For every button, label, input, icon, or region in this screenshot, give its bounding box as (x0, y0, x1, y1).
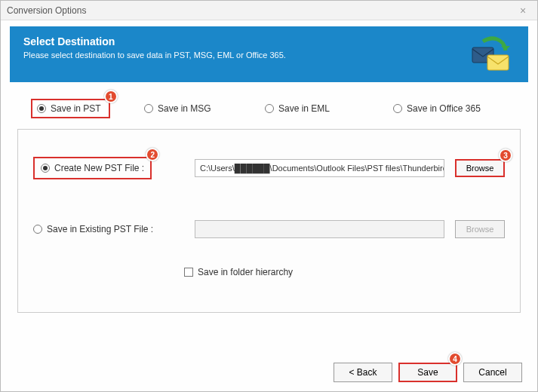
dialog-window: { "window": { "title": "Conversion Optio… (0, 0, 538, 392)
radio-save-pst-wrap: Save in PST 1 (31, 99, 144, 118)
radio-save-office365-wrap[interactable]: Save in Office 365 (393, 103, 481, 114)
format-radio-row: Save in PST 1 Save in MSG Save in EML Sa… (1, 91, 537, 129)
save-button-wrap: Save 4 (398, 363, 457, 382)
footer-buttons: < Back Save 4 Cancel (334, 363, 522, 382)
back-button[interactable]: < Back (334, 363, 392, 382)
radio-create-pst[interactable] (41, 164, 50, 173)
highlight-2: Create New PST File : 2 (33, 157, 152, 179)
radio-save-msg-label: Save in MSG (158, 103, 211, 114)
create-pst-path-input[interactable]: C:\Users\██████\Documents\Outlook Files\… (195, 159, 444, 177)
browse-create-button[interactable]: Browse (455, 159, 505, 177)
existing-pst-label: Save in Existing PST File : (47, 224, 153, 234)
folder-hierarchy-row[interactable]: Save in folder hierarchy (18, 267, 520, 277)
titlebar: Conversion Options × (1, 1, 537, 20)
browse-create-wrap: Browse 3 (444, 159, 505, 177)
create-pst-label-wrap: Create New PST File : 2 (33, 157, 161, 179)
pst-options-panel: Create New PST File : 2 C:\Users\██████\… (17, 129, 521, 313)
existing-pst-path-input (195, 220, 444, 238)
cancel-button[interactable]: Cancel (463, 363, 522, 382)
banner-heading: Select Destination (23, 35, 515, 47)
folder-hierarchy-checkbox[interactable] (184, 268, 193, 277)
mail-convert-icon (469, 34, 513, 75)
radio-save-eml-wrap[interactable]: Save in EML (265, 103, 393, 114)
highlight-1: Save in PST 1 (31, 99, 110, 118)
close-icon[interactable]: × (515, 5, 531, 17)
folder-hierarchy-label: Save in folder hierarchy (198, 267, 293, 277)
svg-rect-1 (487, 55, 509, 70)
radio-save-msg[interactable] (144, 104, 153, 113)
radio-save-pst-label: Save in PST (51, 103, 101, 114)
browse-existing-button: Browse (455, 220, 505, 238)
radio-save-msg-wrap[interactable]: Save in MSG (144, 103, 265, 114)
existing-pst-label-wrap[interactable]: Save in Existing PST File : (33, 224, 195, 234)
radio-save-office365[interactable] (393, 104, 402, 113)
callout-3: 3 (499, 149, 512, 162)
banner: Select Destination Please select destina… (10, 26, 528, 82)
callout-2: 2 (146, 148, 159, 161)
radio-save-pst[interactable] (37, 104, 46, 113)
banner-subtext: Please select destination to save data i… (23, 51, 515, 60)
callout-4: 4 (448, 352, 462, 366)
radio-existing-pst[interactable] (33, 225, 42, 234)
window-title: Conversion Options (7, 5, 515, 16)
row-create-pst: Create New PST File : 2 C:\Users\██████\… (18, 152, 520, 184)
radio-save-eml[interactable] (265, 104, 274, 113)
row-existing-pst: Save in Existing PST File : Browse (18, 216, 520, 243)
save-button[interactable]: Save (398, 363, 457, 382)
create-pst-label: Create New PST File : (54, 163, 144, 173)
radio-save-office365-label: Save in Office 365 (407, 103, 481, 114)
radio-save-eml-label: Save in EML (278, 103, 330, 114)
callout-1: 1 (104, 90, 118, 103)
